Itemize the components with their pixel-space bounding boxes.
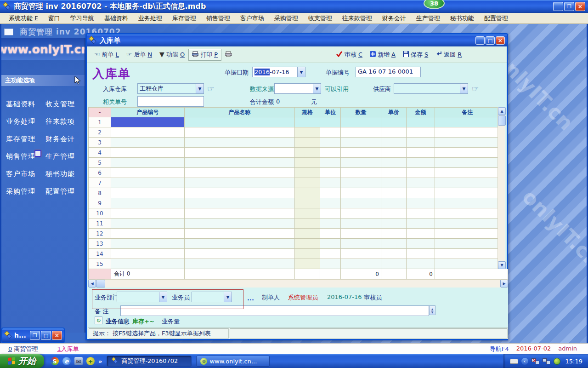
chevron-down-icon[interactable]: ▼ [460, 84, 468, 93]
column-header-6[interactable]: 单价 [381, 107, 407, 117]
stock-link[interactable]: 库存+~ [132, 317, 154, 326]
doc-no-input[interactable]: GA-16-07-16-0001 [356, 67, 421, 77]
grid-cell[interactable] [341, 198, 381, 208]
grid-cell[interactable] [341, 239, 381, 249]
grid-cell[interactable] [295, 178, 320, 188]
sidebar-item-8[interactable]: 客户市场 [6, 170, 45, 178]
grid-cell[interactable] [185, 148, 295, 158]
menu-item-14[interactable]: 配置管理 [479, 13, 513, 23]
menu-item-4[interactable]: 业务处理 [133, 13, 167, 23]
grid-cell[interactable] [320, 138, 341, 148]
grid-cell[interactable] [295, 218, 320, 229]
grid-cell[interactable] [295, 158, 320, 168]
grid-cell[interactable] [381, 208, 407, 218]
related-input[interactable] [137, 96, 204, 107]
sidebar-item-3[interactable]: 往来款项 [45, 117, 85, 126]
clerk-combobox[interactable]: ▼ [192, 292, 232, 302]
business-info-link[interactable]: 业务信息 [106, 317, 130, 326]
sidebar-item-10[interactable]: 采购管理 [6, 187, 45, 196]
grid-cell[interactable] [295, 259, 320, 269]
network-offline-icon[interactable]: ✕ [531, 358, 539, 364]
more-button[interactable]: ... [247, 295, 254, 302]
column-header-1[interactable]: 产品编号 [111, 107, 185, 117]
refresh-icon[interactable]: ↻ [95, 316, 102, 324]
grid-cell[interactable] [381, 148, 407, 158]
grid-cell[interactable] [407, 239, 435, 249]
grid-cell[interactable] [185, 208, 295, 218]
taskbar-task-0[interactable]: 商贸管理-20160702 [107, 356, 192, 367]
grid-cell[interactable] [111, 117, 185, 127]
vertical-scroll-thumb[interactable] [498, 115, 506, 126]
grid-cell[interactable] [381, 138, 407, 148]
messenger-swirl-icon[interactable]: S [51, 357, 59, 365]
grid-cell[interactable] [111, 138, 185, 148]
grid-cell[interactable] [407, 138, 435, 148]
menu-item-9[interactable]: 收支管理 [303, 13, 337, 23]
grid-cell[interactable] [185, 168, 295, 178]
grid-cell[interactable] [111, 188, 185, 198]
network-icon[interactable] [543, 358, 550, 364]
menu-item-3[interactable]: 基础资料 [99, 13, 133, 23]
grid-cell[interactable] [341, 138, 381, 148]
grid-cell[interactable] [185, 218, 295, 229]
grid-cell[interactable] [435, 178, 500, 188]
grid-cell[interactable] [435, 138, 500, 148]
grid-cell[interactable] [185, 239, 295, 249]
grid-cell[interactable] [435, 239, 500, 249]
grid-cell[interactable] [295, 198, 320, 208]
toolbar-button-保存[interactable]: 保存S [399, 49, 432, 61]
menu-item-8[interactable]: 采购管理 [269, 13, 303, 23]
grid-cell[interactable] [341, 127, 381, 138]
chevron-down-icon[interactable]: ▼ [159, 292, 167, 302]
menu-item-6[interactable]: 销售管理 [201, 13, 235, 23]
grid-cell[interactable] [435, 117, 500, 127]
antivirus-icon[interactable] [554, 358, 560, 365]
grid-cell[interactable] [407, 259, 435, 269]
scroll-up-icon[interactable]: ▲ [498, 107, 506, 115]
sidebar-item-4[interactable]: 库存管理 [6, 135, 45, 144]
close-button[interactable]: ✕ [575, 2, 585, 11]
grid-cell[interactable] [435, 218, 500, 229]
grid-cell[interactable] [185, 229, 295, 239]
grid-cell[interactable] [320, 218, 341, 229]
grid-cell[interactable] [111, 168, 185, 178]
mini-close-button[interactable]: ✕ [52, 331, 62, 340]
grid-cell[interactable] [320, 178, 341, 188]
grid-cell[interactable] [111, 249, 185, 259]
grid-cell[interactable] [111, 259, 185, 269]
menu-item-7[interactable]: 客户市场 [235, 13, 269, 23]
grid-cell[interactable] [381, 249, 407, 259]
grid-cell[interactable] [381, 198, 407, 208]
grid-cell[interactable] [435, 158, 500, 168]
site-banner[interactable]: www.onlyIT.cn [1, 38, 85, 60]
column-header-5[interactable]: 数量 [341, 107, 381, 117]
grid-cell[interactable] [320, 127, 341, 138]
sidebar-item-9[interactable]: 秘书功能 [45, 170, 85, 178]
scroll-left-icon[interactable]: ◀ [88, 280, 96, 288]
grid-cell[interactable] [407, 218, 435, 229]
grid-cell[interactable] [320, 229, 341, 239]
toolbar-button-printer[interactable] [221, 49, 236, 60]
grid-cell[interactable] [185, 259, 295, 269]
grid-cell[interactable] [407, 208, 435, 218]
grid-cell[interactable] [407, 148, 435, 158]
grid-cell[interactable] [185, 249, 295, 259]
menu-item-0[interactable]: 系统功能 F [4, 13, 43, 23]
menu-item-5[interactable]: 库存管理 [167, 13, 201, 23]
grid-cell[interactable] [185, 138, 295, 148]
grid-cell[interactable] [185, 158, 295, 168]
grid-cell[interactable] [320, 168, 341, 178]
grid-cell[interactable] [320, 259, 341, 269]
grid-cell[interactable] [111, 208, 185, 218]
grid-cell[interactable] [341, 259, 381, 269]
grid-cell[interactable] [407, 168, 435, 178]
pointing-hand-icon[interactable]: ☞ [207, 84, 214, 93]
sidebar-item-1[interactable]: 收支管理 [45, 100, 85, 109]
grid-cell[interactable] [435, 127, 500, 138]
grid-cell[interactable] [185, 188, 295, 198]
sidebar-item-5[interactable]: 财务会计 [45, 135, 85, 144]
pointing-hand-icon[interactable]: ☞ [472, 84, 479, 93]
grid-cell[interactable] [295, 117, 320, 127]
grid-cell[interactable] [381, 127, 407, 138]
menu-item-1[interactable]: 窗口 [43, 13, 65, 23]
